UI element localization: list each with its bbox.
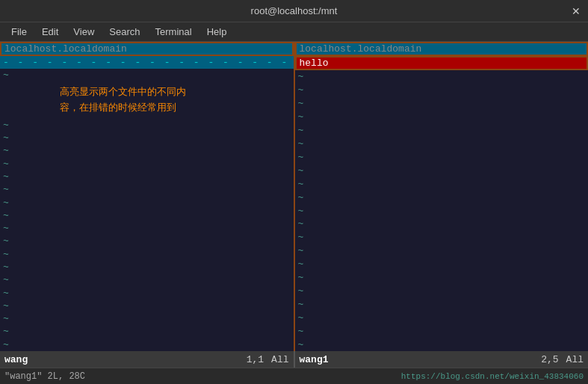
right-tilde-7: ~ (295, 150, 589, 164)
left-status-all: All (271, 354, 288, 365)
menu-search[interactable]: Search (102, 25, 147, 39)
right-tilde-16: ~ (295, 271, 589, 285)
menu-terminal[interactable]: Terminal (148, 25, 199, 39)
right-pane[interactable]: localhost.localdomain hello ~ ~ ~ ~ ~ ~ … (295, 42, 589, 351)
left-tilde-13: ~ (0, 261, 294, 273)
right-tilde-5: ~ (295, 124, 589, 137)
window-title: root@localhost:/mnt (251, 5, 338, 16)
right-tilde-21: ~ (295, 338, 589, 351)
right-tilde-13: ~ (295, 231, 589, 244)
left-annotation-1: 高亮显示两个文件中的不同内 (0, 82, 294, 100)
left-tilde-1: ~ (0, 69, 294, 81)
left-tilde-16: ~ (0, 300, 294, 312)
right-tilde-6: ~ (295, 137, 589, 151)
bottom-file-info: "wang1" 2L, 28C (4, 371, 401, 382)
left-status-filename: wang (4, 354, 28, 365)
left-tilde-14: ~ (0, 273, 294, 286)
title-bar: root@localhost:/mnt ✕ (0, 0, 588, 22)
right-tilde-11: ~ (295, 204, 589, 217)
right-tilde-12: ~ (295, 217, 589, 231)
close-button[interactable]: ✕ (572, 5, 581, 17)
left-tilde-9: ~ (0, 209, 294, 222)
left-tilde-10: ~ (0, 222, 294, 235)
left-tilde-15: ~ (0, 286, 294, 299)
left-tilde-7: ~ (0, 183, 294, 196)
menu-view[interactable]: View (66, 25, 102, 39)
menu-help[interactable]: Help (199, 25, 235, 39)
right-tilde-19: ~ (295, 311, 589, 324)
right-tilde-4: ~ (295, 111, 589, 124)
menu-edit[interactable]: Edit (34, 25, 66, 39)
left-annotation-2: 容，在排错的时候经常用到 (0, 99, 294, 119)
left-tilde-11: ~ (0, 235, 294, 247)
right-tilde-14: ~ (295, 244, 589, 258)
right-tilde-20: ~ (295, 324, 589, 338)
right-hostname-line: localhost.localdomain (295, 42, 589, 56)
right-tilde-15: ~ (295, 258, 589, 271)
right-status-filename: wang1 (300, 354, 329, 365)
menu-file[interactable]: File (4, 25, 34, 39)
left-tilde-18: ~ (0, 325, 294, 338)
right-status-bar: wang1 2,5 All (295, 351, 589, 368)
right-hello-line: hello (295, 56, 589, 70)
left-tilde-12: ~ (0, 248, 294, 261)
right-tilde-9: ~ (295, 177, 589, 191)
right-tilde-18: ~ (295, 297, 589, 311)
left-tilde-5: ~ (0, 157, 294, 170)
right-status-all: All (566, 354, 584, 365)
status-bars: wang 1,1 All wang1 2,5 All (0, 351, 588, 368)
left-tilde-6: ~ (0, 170, 294, 183)
right-tilde-3: ~ (295, 97, 589, 111)
left-status-position: 1,1 (247, 354, 264, 365)
right-tilde-17: ~ (295, 285, 589, 298)
right-tilde-10: ~ (295, 191, 589, 204)
menu-bar: File Edit View Search Terminal Help (0, 22, 588, 42)
right-tilde-2: ~ (295, 84, 589, 97)
left-dashes-line: - - - - - - - - - - - - - - - - - - - - … (0, 56, 294, 69)
left-tilde-2: ~ (0, 119, 294, 131)
left-status-bar: wang 1,1 All (0, 351, 295, 368)
left-tilde-4: ~ (0, 144, 294, 157)
left-tilde-8: ~ (0, 196, 294, 208)
vim-diff-area: localhost.localdomain - - - - - - - - - … (0, 42, 588, 351)
left-tilde-19: ~ (0, 338, 294, 351)
bottom-bar: "wang1" 2L, 28C https://blog.csdn.net/we… (0, 368, 588, 384)
left-tilde-17: ~ (0, 312, 294, 325)
left-tilde-3: ~ (0, 131, 294, 144)
bottom-url: https://blog.csdn.net/weixin_43834060 (401, 372, 584, 381)
right-tilde-1: ~ (295, 70, 589, 84)
left-pane[interactable]: localhost.localdomain - - - - - - - - - … (0, 42, 295, 351)
right-tilde-8: ~ (295, 164, 589, 177)
right-status-position: 2,5 (541, 354, 558, 365)
left-hostname-line: localhost.localdomain (0, 42, 294, 56)
